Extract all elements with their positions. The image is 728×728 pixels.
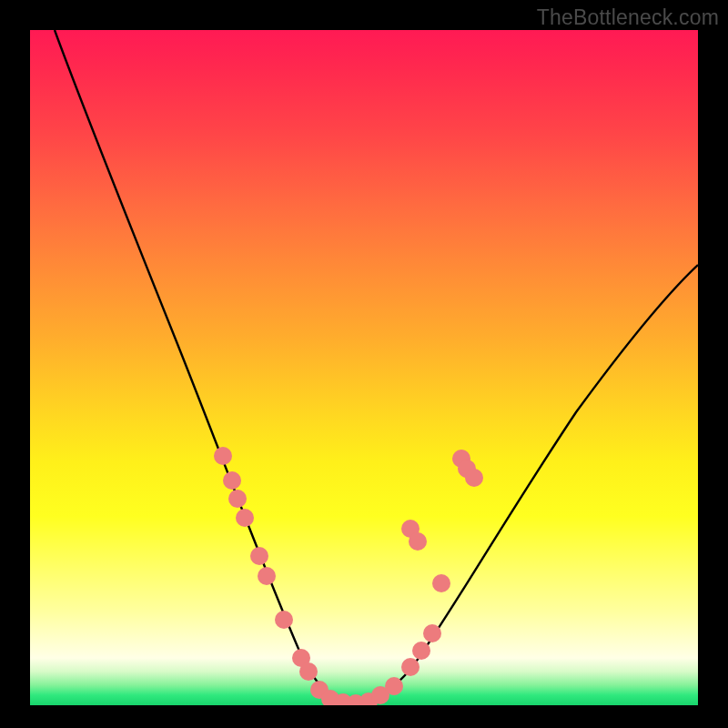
svg-point-16 (401, 658, 420, 676)
svg-point-17 (412, 642, 430, 660)
svg-point-1 (223, 471, 241, 490)
svg-point-3 (236, 509, 254, 527)
svg-point-0 (214, 447, 232, 465)
bottleneck-curve (55, 30, 698, 703)
svg-point-5 (258, 567, 276, 585)
svg-point-2 (228, 490, 247, 508)
svg-point-20 (409, 532, 427, 551)
svg-point-6 (275, 611, 293, 629)
chart-frame: TheBottleneck.com (0, 0, 728, 728)
data-markers (214, 447, 483, 705)
svg-point-21 (432, 574, 450, 592)
bottleneck-curve-svg (30, 30, 698, 705)
svg-point-8 (299, 662, 318, 681)
svg-point-4 (250, 547, 268, 565)
svg-point-24 (465, 469, 483, 487)
watermark-text: TheBottleneck.com (537, 5, 719, 30)
svg-point-18 (423, 624, 441, 642)
plot-area (30, 30, 698, 705)
svg-point-15 (385, 677, 403, 695)
